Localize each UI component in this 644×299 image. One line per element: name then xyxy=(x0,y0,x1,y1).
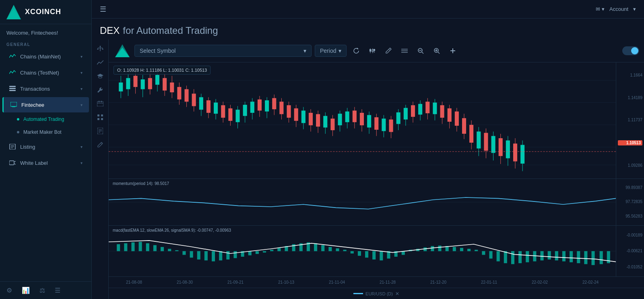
zoom-in-button[interactable] xyxy=(430,44,443,57)
fintechee-icon xyxy=(10,101,17,108)
svg-rect-185 xyxy=(197,251,200,260)
svg-line-49 xyxy=(438,52,440,54)
svg-rect-208 xyxy=(365,251,368,257)
candlestick-chart-button[interactable] xyxy=(366,44,379,57)
svg-rect-36 xyxy=(369,49,371,52)
svg-rect-238 xyxy=(584,251,587,264)
chevron-icon: ▾ xyxy=(80,87,83,91)
sidebar-item-listing[interactable]: Listing ▾ xyxy=(2,139,89,154)
svg-rect-234 xyxy=(555,251,558,260)
svg-rect-240 xyxy=(600,251,603,264)
svg-line-46 xyxy=(422,52,423,54)
svg-rect-232 xyxy=(541,251,544,260)
mail-icon[interactable]: ✉ ▾ xyxy=(596,6,605,12)
refresh-button[interactable] xyxy=(350,44,363,57)
sidebar-subitem-market-maker-bot[interactable]: Market Maker Bot xyxy=(2,126,89,138)
svg-rect-195 xyxy=(270,249,273,251)
symbol-select-dropdown[interactable]: Select Symbol ▾ xyxy=(134,45,312,57)
svg-line-41 xyxy=(389,49,390,50)
account-button[interactable]: Account xyxy=(609,6,628,12)
toggle-circle xyxy=(631,47,638,54)
svg-rect-235 xyxy=(562,251,566,261)
mom-level-1: 99.89387 xyxy=(618,185,642,190)
zoom-out-button[interactable] xyxy=(414,44,427,57)
svg-rect-136 xyxy=(396,112,400,124)
current-price-label: 1.10513 xyxy=(618,140,642,145)
scale-icon[interactable] xyxy=(93,43,107,55)
svg-rect-206 xyxy=(351,251,354,253)
svg-rect-124 xyxy=(353,110,357,122)
toggle-switch[interactable] xyxy=(622,46,639,55)
grid-icon[interactable] xyxy=(93,111,107,123)
chevron-icon: ▾ xyxy=(80,71,83,75)
svg-marker-1 xyxy=(6,9,21,19)
sidebar-item-transactions[interactable]: Transactions ▾ xyxy=(2,81,89,96)
svg-rect-178 xyxy=(146,243,149,251)
indicators-button[interactable] xyxy=(398,44,411,57)
svg-rect-174 xyxy=(117,244,120,251)
sidebar-subitem-automated-trading[interactable]: Automated Trading xyxy=(2,113,89,125)
sidebar: XCOINCH Welcome, Fintechees! GENERAL Cha… xyxy=(0,0,92,299)
svg-rect-106 xyxy=(287,105,291,118)
document-icon[interactable] xyxy=(93,125,107,137)
automated-trading-label: Automated Trading xyxy=(23,116,64,122)
svg-rect-104 xyxy=(279,102,283,114)
x-axis: 21-08-08 21-08-30 21-09-21 21-10-13 21-1… xyxy=(109,276,644,288)
pencil-icon[interactable] xyxy=(93,139,107,151)
svg-rect-241 xyxy=(607,251,610,263)
chart-line-icon[interactable] xyxy=(93,56,107,69)
svg-rect-86 xyxy=(214,103,218,114)
svg-rect-158 xyxy=(477,131,481,148)
svg-rect-210 xyxy=(380,251,383,260)
x-label-4: 21-11-04 xyxy=(329,280,345,284)
svg-rect-176 xyxy=(131,242,134,251)
sidebar-item-white-label[interactable]: White Label ▾ xyxy=(2,155,89,170)
stats-icon[interactable]: 📊 xyxy=(22,287,30,294)
white-label-icon xyxy=(9,159,16,166)
macd-chart: macd(fastEMA 12, slowEMA 26, signalSMA 9… xyxy=(109,226,644,277)
add-indicator-button[interactable] xyxy=(446,44,459,57)
svg-rect-228 xyxy=(511,251,514,264)
svg-rect-192 xyxy=(248,251,252,255)
svg-rect-70 xyxy=(155,75,159,85)
svg-rect-88 xyxy=(221,105,225,118)
svg-rect-239 xyxy=(592,251,595,265)
listing-label: Listing xyxy=(20,144,35,150)
sidebar-item-chains-mainnet[interactable]: Chains (MainNet) ▾ xyxy=(2,49,89,64)
svg-rect-162 xyxy=(491,136,495,153)
welcome-message: Welcome, Fintechees! xyxy=(0,24,91,39)
graduation-icon[interactable] xyxy=(93,70,107,82)
content-area: Select Symbol ▾ Period ▾ xyxy=(92,39,644,299)
svg-rect-233 xyxy=(548,251,551,260)
wrench-icon[interactable] xyxy=(93,84,107,96)
svg-rect-148 xyxy=(440,105,444,118)
menu-icon[interactable]: ☰ xyxy=(55,287,60,294)
svg-rect-196 xyxy=(277,248,281,251)
svg-rect-223 xyxy=(475,249,478,251)
balance-icon[interactable]: ⚖ xyxy=(39,287,45,294)
svg-rect-2 xyxy=(9,86,16,87)
sidebar-bottom: ⚙ 📊 ⚖ ☰ xyxy=(0,281,91,299)
svg-rect-170 xyxy=(520,145,524,164)
svg-rect-90 xyxy=(228,108,232,121)
svg-rect-184 xyxy=(190,251,193,257)
calendar-icon[interactable] xyxy=(93,98,107,110)
chains-testnet-label: Chains (TestNet) xyxy=(20,70,59,76)
sub-dot-active xyxy=(17,118,19,120)
sidebar-item-chains-testnet[interactable]: Chains (TestNet) ▾ xyxy=(2,65,89,80)
x-label-1: 21-08-30 xyxy=(177,280,193,284)
momentum-y-axis: 99.89387 97.72835 95.56283 xyxy=(616,179,644,225)
draw-tool-button[interactable] xyxy=(382,44,395,57)
settings-icon[interactable]: ⚙ xyxy=(6,287,12,294)
period-label: Period xyxy=(320,48,336,54)
page-title-subtitle: for Automated Trading xyxy=(123,25,218,36)
sidebar-item-fintechee[interactable]: Fintechee ▾ xyxy=(2,97,89,112)
svg-rect-60 xyxy=(119,83,123,91)
svg-line-31 xyxy=(101,143,102,144)
symbol-placeholder: Select Symbol xyxy=(140,48,175,54)
svg-rect-204 xyxy=(336,248,339,251)
price-level-2: 1.14189 xyxy=(618,96,642,100)
footer-close-button[interactable]: ✕ xyxy=(395,291,399,297)
hamburger-menu[interactable]: ☰ xyxy=(100,5,106,14)
period-select-dropdown[interactable]: Period ▾ xyxy=(315,45,347,57)
